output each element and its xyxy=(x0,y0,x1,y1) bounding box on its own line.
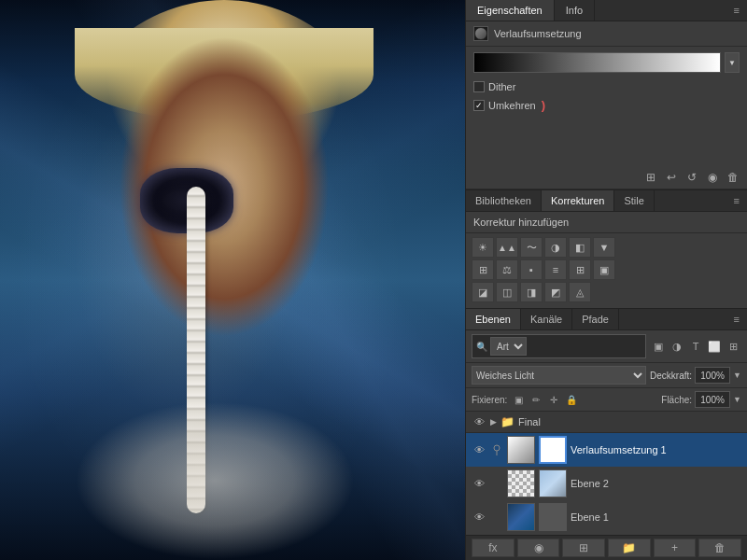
layer-ebene1-name: Ebene 1 xyxy=(571,511,741,523)
opacity-label: Deckkraft: xyxy=(650,371,692,381)
group-final-arrow[interactable]: ▶ xyxy=(490,417,497,427)
adj-icons-row-1: ☀ ▲▲ 〜 ◑ ◧ ▼ xyxy=(472,237,741,258)
layer-ebene2-mask xyxy=(539,469,567,497)
layer-verlauf-eye[interactable]: 👁 xyxy=(472,442,486,457)
canvas-image xyxy=(0,0,465,560)
layer-mask-button[interactable]: ◉ xyxy=(517,539,560,557)
properties-toolbar: ⊞ ↩ ↺ ◉ 🗑 xyxy=(466,166,747,189)
adj-icon-invert[interactable]: ◪ xyxy=(472,282,494,302)
property-header: Verlaufsumsetzung xyxy=(466,21,747,47)
layer-item-ebene1[interactable]: 👁 Ebene 1 xyxy=(466,500,747,534)
tab-stile[interactable]: Stile xyxy=(614,190,654,211)
adj-icon-colorlookup[interactable]: ⊞ xyxy=(569,259,591,280)
tab-info[interactable]: Info xyxy=(555,0,595,21)
filter-icon-type[interactable]: T xyxy=(687,338,704,355)
layer-filter-box[interactable]: 🔍 Art xyxy=(472,334,646,358)
panel-options-button[interactable]: ≡ xyxy=(726,0,747,21)
prop-spacer xyxy=(466,115,747,166)
gradient-section: ▼ xyxy=(466,47,747,78)
layer-ebene1-mask xyxy=(539,503,567,531)
dither-checkbox-label[interactable]: Dither xyxy=(473,81,515,92)
tab-kanaele[interactable]: Kanäle xyxy=(521,309,572,329)
adjustments-icons-grid: ☀ ▲▲ 〜 ◑ ◧ ▼ ⊞ ⚖ ▪ ≡ ⊞ ▣ ◪ ◫ ◨ ◩ ◬ xyxy=(466,233,747,308)
properties-panel: Eigenschaften Info ≡ Verlaufsumsetzung ▼… xyxy=(466,0,747,190)
delete-layer-button[interactable]: 🗑 xyxy=(698,539,741,557)
lock-move-icon[interactable]: ✛ xyxy=(546,392,561,407)
adj-icon-exposure[interactable]: ◑ xyxy=(544,237,567,258)
lock-pixel-icon[interactable]: ▣ xyxy=(511,392,526,407)
adj-icon-colorbalance[interactable]: ⊞ xyxy=(472,259,494,280)
layers-filter-row: 🔍 Art ▣ ◑ T ⬜ ⊞ xyxy=(466,330,747,363)
tool-visibility-btn[interactable]: ◉ xyxy=(704,169,721,186)
adj-icon-solidcolor[interactable]: ◬ xyxy=(569,282,591,302)
layers-menu-button[interactable]: ≡ xyxy=(726,309,747,329)
layer-verlauf-link[interactable] xyxy=(490,443,503,456)
adj-icon-threshold[interactable]: ◨ xyxy=(520,282,543,302)
filter-icon-shape[interactable]: ⬜ xyxy=(706,338,723,355)
dither-label: Dither xyxy=(488,81,515,92)
adj-icon-selectivecolor[interactable]: ◩ xyxy=(544,282,567,302)
blend-mode-select[interactable]: Weiches Licht xyxy=(472,366,646,385)
adj-icon-hsl[interactable]: ▼ xyxy=(593,237,615,258)
tab-korrekturen[interactable]: Korrekturen xyxy=(542,190,614,211)
layer-group-final: 👁 ▶ 📁 Final xyxy=(466,412,747,433)
layer-adjustment-button[interactable]: ⊞ xyxy=(562,539,605,557)
layer-fx-button[interactable]: fx xyxy=(472,539,514,557)
group-final-eye[interactable]: 👁 xyxy=(472,414,486,429)
fixieren-label: Fixieren: xyxy=(472,395,507,405)
properties-panel-tabs: Eigenschaften Info ≡ xyxy=(466,0,747,21)
umkehren-checkbox[interactable] xyxy=(473,100,485,111)
layers-bottom-bar: fx ◉ ⊞ 📁 + 🗑 xyxy=(466,535,747,560)
canvas-area xyxy=(0,0,465,560)
adj-icon-posterize[interactable]: ◫ xyxy=(496,282,518,302)
adjustments-panel-tabs: Bibliotheken Korrekturen Stile ≡ xyxy=(466,190,747,212)
tab-bibliotheken[interactable]: Bibliotheken xyxy=(466,190,542,211)
new-layer-button[interactable]: + xyxy=(654,539,697,557)
layer-ebene1-eye[interactable]: 👁 xyxy=(472,510,486,525)
layer-filter-dropdown[interactable]: Art xyxy=(490,337,527,356)
new-group-button[interactable]: 📁 xyxy=(608,539,651,557)
adjustments-menu-button[interactable]: ≡ xyxy=(726,190,747,211)
gradient-dropdown-button[interactable]: ▼ xyxy=(725,52,740,73)
layer-group-final-header[interactable]: 👁 ▶ 📁 Final xyxy=(466,412,747,432)
tab-ebenen[interactable]: Ebenen xyxy=(466,309,521,329)
gradient-bar-container: ▼ xyxy=(473,52,740,73)
adj-icon-levels[interactable]: ▲▲ xyxy=(496,237,518,258)
adj-icon-curves[interactable]: 〜 xyxy=(520,237,543,258)
adj-icon-channelmixer[interactable]: ≡ xyxy=(544,259,567,280)
layer-item-verlauf[interactable]: 👁 Verlaufsumsetzung 1 xyxy=(466,433,747,467)
search-icon: 🔍 xyxy=(476,342,487,352)
flaeche-dropdown-icon[interactable]: ▼ xyxy=(733,395,741,404)
lock-icons: ▣ ✏ ✛ 🔒 xyxy=(511,392,579,407)
layers-panel: Ebenen Kanäle Pfade ≡ 🔍 Art ▣ ◑ T ⬜ ⊞ We xyxy=(466,309,747,560)
lock-all-icon[interactable]: 🔒 xyxy=(564,392,579,407)
tool-undo-btn[interactable]: ↩ xyxy=(663,169,680,186)
prop-icon-box xyxy=(473,26,488,41)
adj-icon-bw[interactable]: ⚖ xyxy=(496,259,518,280)
tab-eigenschaften[interactable]: Eigenschaften xyxy=(466,0,555,21)
flaeche-input[interactable] xyxy=(695,391,730,408)
adj-icon-brightness[interactable]: ☀ xyxy=(472,237,494,258)
group-final-folder-icon: 📁 xyxy=(500,415,514,428)
layer-verlauf-thumb xyxy=(507,436,535,464)
opacity-dropdown-icon[interactable]: ▼ xyxy=(733,371,741,380)
opacity-input[interactable] xyxy=(695,367,730,384)
tool-grid-btn[interactable]: ⊞ xyxy=(642,169,659,186)
filter-icons: ▣ ◑ T ⬜ ⊞ xyxy=(650,338,741,355)
layer-item-ebene2[interactable]: 👁 Ebene 2 xyxy=(466,467,747,500)
layer-ebene2-eye[interactable]: 👁 xyxy=(472,476,486,491)
filter-icon-adjustment[interactable]: ◑ xyxy=(669,338,685,355)
tool-redo-btn[interactable]: ↺ xyxy=(684,169,700,186)
umkehren-row: Umkehren ) xyxy=(466,95,747,115)
adj-icon-photofilter[interactable]: ▪ xyxy=(520,259,543,280)
tool-delete-btn[interactable]: 🗑 xyxy=(725,169,741,186)
tab-pfade[interactable]: Pfade xyxy=(572,309,619,329)
filter-icon-pixel[interactable]: ▣ xyxy=(650,338,667,355)
adj-icon-gradientmap[interactable]: ▣ xyxy=(593,259,615,280)
lock-paint-icon[interactable]: ✏ xyxy=(529,392,543,407)
filter-icon-smart[interactable]: ⊞ xyxy=(725,338,741,355)
dither-checkbox[interactable] xyxy=(473,81,485,92)
umkehren-checkbox-label[interactable]: Umkehren xyxy=(473,100,536,111)
gradient-bar[interactable] xyxy=(473,52,721,73)
adj-icon-vibrance[interactable]: ◧ xyxy=(569,237,591,258)
